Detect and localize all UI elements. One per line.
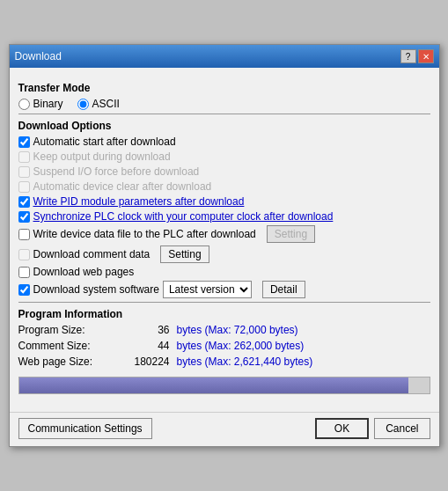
cb-automatic-start: Automatic start after download: [18, 136, 430, 148]
write-device-row: Write device data file to the PLC after …: [18, 225, 430, 243]
download-web-checkbox[interactable]: [18, 267, 30, 278]
sync-clock-label: Synchronize PLC clock with your computer…: [33, 210, 334, 223]
download-comment-row: Download comment data Setting: [18, 246, 430, 263]
download-options-label: Download Options: [18, 120, 430, 132]
communication-settings-button[interactable]: Communication Settings: [18, 418, 152, 439]
keep-output-checkbox[interactable]: [18, 151, 30, 163]
cb-auto-clear: Automatic device clear after download: [18, 180, 430, 193]
ascii-radio[interactable]: [77, 99, 89, 110]
auto-clear-label: Automatic device clear after download: [33, 180, 212, 193]
dialog-content: Transfer Mode Binary ASCII Download Opti…: [10, 68, 439, 408]
download-comment-label: Download comment data: [33, 248, 151, 260]
pid-module-label: Write PID module parameters after downlo…: [33, 195, 245, 208]
write-device-label: Write device data file to the PLC after …: [33, 228, 256, 240]
webpage-size-label: Web page Size:: [18, 355, 115, 368]
cb-sync-clock: Synchronize PLC clock with your computer…: [18, 210, 430, 223]
title-bar-buttons: ? ✕: [400, 49, 434, 63]
binary-radio-item: Binary: [18, 98, 63, 110]
divider-2: [18, 302, 430, 303]
transfer-mode-group: Binary ASCII: [18, 98, 430, 110]
keep-output-label: Keep output during download: [33, 150, 171, 163]
suspend-io-checkbox[interactable]: [18, 166, 30, 178]
cb-pid-module: Write PID module parameters after downlo…: [18, 195, 430, 208]
close-button[interactable]: ✕: [418, 49, 434, 63]
ok-button[interactable]: OK: [315, 418, 369, 439]
download-comment-checkbox[interactable]: [18, 249, 30, 260]
program-info-label: Program Information: [18, 308, 430, 320]
download-dialog: Download ? ✕ Transfer Mode Binary ASCII …: [9, 44, 440, 447]
comment-size-label: Comment Size:: [18, 340, 115, 352]
cb-suspend-io: Suspend I/O force before download: [18, 165, 430, 178]
ok-cancel-group: OK Cancel: [315, 418, 430, 439]
cancel-button[interactable]: Cancel: [374, 418, 430, 439]
suspend-io-label: Suspend I/O force before download: [33, 165, 200, 178]
download-comment-setting-button[interactable]: Setting: [160, 246, 209, 263]
comment-size-value: 44: [115, 340, 177, 352]
webpage-size-value: 180224: [115, 355, 177, 368]
automatic-start-checkbox[interactable]: [18, 136, 30, 148]
divider-1: [18, 114, 430, 114]
ascii-label: ASCII: [92, 98, 120, 110]
comment-size-max: bytes (Max: 262,000 bytes): [177, 340, 305, 352]
program-size-label: Program Size:: [18, 324, 115, 336]
program-info-section: Program Size: 36 bytes (Max: 72,000 byte…: [18, 324, 430, 368]
auto-clear-checkbox[interactable]: [18, 181, 30, 193]
webpage-size-max: bytes (Max: 2,621,440 bytes): [177, 355, 313, 368]
progress-bar-fill: [19, 377, 409, 393]
program-size-value: 36: [115, 324, 177, 336]
write-device-checkbox[interactable]: [18, 229, 30, 240]
ascii-radio-item: ASCII: [77, 98, 120, 110]
comment-size-row: Comment Size: 44 bytes (Max: 262,000 byt…: [18, 340, 430, 352]
automatic-start-label: Automatic start after download: [33, 136, 176, 148]
detail-button[interactable]: Detail: [262, 281, 305, 298]
webpage-size-row: Web page Size: 180224 bytes (Max: 2,621,…: [18, 355, 430, 368]
download-system-row: Download system software Latest version …: [18, 281, 430, 298]
program-size-max: bytes (Max: 72,000 bytes): [177, 324, 298, 336]
binary-label: Binary: [33, 98, 63, 110]
cb-download-web: Download web pages: [18, 266, 430, 278]
program-size-row: Program Size: 36 bytes (Max: 72,000 byte…: [18, 324, 430, 336]
version-select[interactable]: Latest version: [163, 281, 252, 298]
progress-bar-container: [18, 377, 430, 394]
help-button[interactable]: ?: [400, 49, 416, 63]
binary-radio[interactable]: [18, 99, 30, 110]
transfer-mode-label: Transfer Mode: [18, 82, 430, 94]
pid-module-checkbox[interactable]: [18, 196, 30, 208]
download-system-label: Download system software: [33, 283, 159, 296]
download-web-label: Download web pages: [33, 266, 135, 278]
download-system-checkbox[interactable]: [18, 284, 30, 296]
cb-keep-output: Keep output during download: [18, 150, 430, 163]
window-title: Download: [15, 50, 62, 62]
write-device-setting-button[interactable]: Setting: [267, 225, 315, 243]
sync-clock-checkbox[interactable]: [18, 211, 30, 223]
title-bar: Download ? ✕: [10, 45, 439, 68]
bottom-bar: Communication Settings OK Cancel: [10, 412, 439, 446]
